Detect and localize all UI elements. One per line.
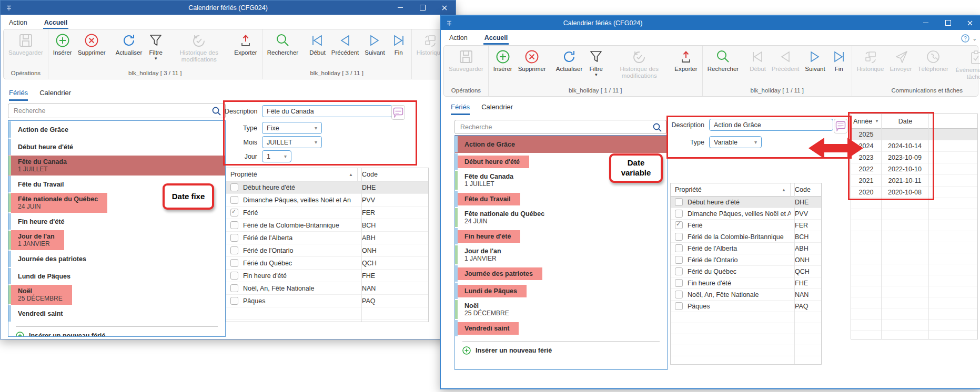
close-button[interactable]: [433, 1, 456, 15]
filter-button[interactable]: Filtre▾: [587, 49, 605, 76]
year-row[interactable]: 2023 2023-10-09: [851, 152, 977, 163]
export-button[interactable]: Exporter: [673, 49, 699, 73]
list-item[interactable]: Noël 25 DÉCEMBRE: [8, 285, 225, 305]
property-row[interactable]: Dimanche Pâques, veilles Noël et An PVV: [226, 194, 428, 207]
property-checkbox[interactable]: [675, 198, 683, 206]
description-input[interactable]: Fête du Canada: [262, 105, 392, 117]
property-checkbox[interactable]: [675, 302, 683, 310]
search-icon[interactable]: [211, 106, 221, 116]
property-checkbox[interactable]: [230, 246, 238, 254]
property-row[interactable]: Férié de l'Ontario ONH: [671, 254, 821, 266]
first-button[interactable]: Début: [308, 33, 327, 56]
property-checkbox[interactable]: [675, 279, 683, 287]
last-button[interactable]: Fin: [389, 33, 408, 56]
comment-button[interactable]: [834, 119, 847, 133]
property-checkbox[interactable]: [230, 221, 238, 229]
comment-button[interactable]: [391, 105, 405, 120]
list-item[interactable]: Fête du Travail: [455, 190, 667, 208]
property-row[interactable]: Férié du Québec QCH: [226, 257, 428, 270]
property-checkbox[interactable]: [675, 291, 683, 298]
property-row[interactable]: Noël, An, Fête Nationale NAN: [226, 282, 428, 295]
search-input[interactable]: [459, 123, 652, 131]
property-row[interactable]: Férié FER: [226, 207, 428, 219]
list-item[interactable]: Vendredi saint: [8, 305, 225, 322]
search-box[interactable]: [454, 120, 666, 134]
list-item[interactable]: Fin heure d'été: [455, 228, 667, 245]
delete-button[interactable]: Supprimer: [517, 49, 548, 73]
property-row[interactable]: Pâques PAQ: [671, 301, 821, 312]
list-item[interactable]: Fête du Canada 1 JUILLET: [8, 156, 225, 176]
close-button[interactable]: [959, 16, 980, 30]
refresh-button[interactable]: Actualiser: [114, 33, 144, 56]
property-row[interactable]: Férié de la Colombie-Britannique BCH: [671, 231, 821, 243]
property-checkbox[interactable]: [230, 259, 238, 267]
list-item[interactable]: Journée des patriotes: [8, 250, 225, 267]
chevron-down-icon[interactable]: ⌄: [973, 36, 977, 42]
list-item[interactable]: Fin heure d'été: [8, 213, 225, 230]
menu-action[interactable]: Action: [448, 32, 469, 45]
property-row[interactable]: Pâques PAQ: [226, 295, 428, 307]
property-row[interactable]: Début heure d'été DHE: [226, 181, 428, 194]
first-button[interactable]: Début: [748, 49, 767, 73]
previous-button[interactable]: Précédent: [770, 49, 801, 73]
type-dropdown[interactable]: Variable▾: [709, 136, 762, 148]
minimize-button[interactable]: [389, 1, 411, 15]
pin-icon[interactable]: [446, 20, 452, 26]
search-button[interactable]: Rechercher: [266, 33, 300, 56]
property-row[interactable]: Férié de la Colombie-Britannique BCH: [226, 219, 428, 232]
pin-icon[interactable]: [6, 5, 12, 11]
property-row[interactable]: Férié FER: [671, 220, 821, 231]
menu-accueil[interactable]: Accueil: [483, 32, 509, 45]
list-item[interactable]: Lundi de Pâques: [8, 267, 225, 285]
property-row[interactable]: Fin heure d'été FHE: [226, 270, 428, 282]
list-item[interactable]: Jour de l'an 1 JANVIER: [455, 245, 667, 265]
search-icon[interactable]: [652, 122, 662, 132]
help-icon[interactable]: [961, 34, 969, 43]
history-button[interactable]: Historique: [855, 49, 886, 73]
insert-new-holiday-link[interactable]: Insérer un nouveau férié: [455, 342, 667, 359]
property-row[interactable]: Férié de l'Alberta ABH: [671, 243, 821, 254]
list-item[interactable]: Début heure d'été: [8, 138, 225, 156]
titlebar[interactable]: Calendrier fériés (CFG024): [441, 16, 980, 30]
search-button[interactable]: Rechercher: [706, 49, 740, 73]
property-row[interactable]: Férié de l'Alberta ABH: [226, 232, 428, 244]
refresh-button[interactable]: Actualiser: [554, 49, 584, 73]
maximize-button[interactable]: [937, 16, 959, 30]
list-item[interactable]: Action de Grâce: [8, 121, 225, 138]
column-code[interactable]: Code: [357, 168, 428, 181]
list-item[interactable]: Action de Grâce: [455, 136, 667, 153]
column-annee[interactable]: Année: [853, 118, 872, 125]
property-checkbox[interactable]: [675, 233, 683, 241]
tab-calendrier[interactable]: Calendrier: [39, 89, 71, 101]
search-input[interactable]: [13, 107, 211, 115]
list-item[interactable]: Vendredi saint: [455, 319, 667, 337]
delete-button[interactable]: Supprimer: [76, 33, 107, 56]
property-checkbox[interactable]: [230, 297, 238, 305]
month-dropdown[interactable]: JUILLET▾: [262, 136, 322, 148]
property-table-header[interactable]: Propriété▲ Code: [226, 168, 428, 181]
property-row[interactable]: Férié de l'Ontario ONH: [226, 244, 428, 257]
property-checkbox[interactable]: [230, 234, 238, 242]
list-item[interactable]: Noël 25 DÉCEMBRE: [455, 300, 667, 319]
history-modifications-button[interactable]: Historique des modifications: [608, 49, 670, 79]
tab-feries[interactable]: Fériés: [451, 103, 470, 115]
column-property[interactable]: Propriété: [230, 171, 257, 178]
property-checkbox[interactable]: [675, 256, 683, 264]
year-row[interactable]: 2022 2022-10-10: [851, 163, 977, 175]
filter-button[interactable]: Filtre▾: [146, 33, 165, 59]
list-item[interactable]: Journée des patriotes: [455, 265, 667, 282]
menu-accueil[interactable]: Accueil: [43, 17, 68, 29]
column-date[interactable]: Date: [881, 114, 929, 128]
year-row[interactable]: 2024 2024-10-14: [851, 140, 977, 152]
list-item[interactable]: Fête nationale du Québec 24 JUIN: [455, 208, 667, 228]
property-checkbox[interactable]: [675, 221, 683, 229]
property-row[interactable]: Début heure d'été DHE: [671, 197, 821, 208]
year-table-header[interactable]: Année▼ Date: [851, 114, 977, 129]
property-table-header[interactable]: Propriété▲ Code: [671, 183, 821, 197]
list-item[interactable]: Jour de l'an 1 JANVIER: [8, 230, 225, 250]
tab-calendrier[interactable]: Calendrier: [481, 103, 513, 115]
previous-button[interactable]: Précédent: [330, 33, 360, 56]
property-checkbox[interactable]: [230, 209, 238, 216]
year-row[interactable]: 2021 2021-10-11: [851, 175, 977, 187]
property-checkbox[interactable]: [230, 284, 238, 292]
